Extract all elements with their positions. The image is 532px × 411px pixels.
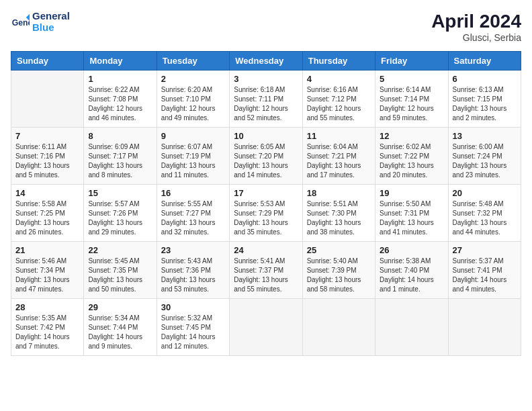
day-number: 8 xyxy=(88,131,152,141)
daylight: Daylight: 13 hours and 41 minutes. xyxy=(380,218,443,237)
day-cell: 4 Sunrise: 6:16 AM Sunset: 7:12 PM Dayli… xyxy=(302,71,375,128)
day-info: Sunrise: 6:16 AM Sunset: 7:12 PM Dayligh… xyxy=(307,85,371,123)
day-cell: 16 Sunrise: 5:55 AM Sunset: 7:27 PM Dayl… xyxy=(157,185,229,242)
sunrise: Sunrise: 5:45 AM xyxy=(88,257,152,266)
daylight: Daylight: 13 hours and 29 minutes. xyxy=(88,218,152,237)
sunrise: Sunrise: 5:55 AM xyxy=(161,199,225,209)
day-cell: 17 Sunrise: 5:53 AM Sunset: 7:29 PM Dayl… xyxy=(230,185,302,242)
logo: General General Blue xyxy=(11,11,70,33)
sunrise: Sunrise: 5:37 AM xyxy=(453,257,517,266)
day-info: Sunrise: 6:00 AM Sunset: 7:24 PM Dayligh… xyxy=(453,142,517,180)
sunset: Sunset: 7:39 PM xyxy=(307,266,371,275)
day-cell: 12 Sunrise: 6:02 AM Sunset: 7:22 PM Dayl… xyxy=(375,128,448,185)
day-info: Sunrise: 6:04 AM Sunset: 7:21 PM Dayligh… xyxy=(307,142,371,180)
day-number: 16 xyxy=(161,188,225,198)
page-header: General General Blue April 2024 Glusci, … xyxy=(11,11,521,43)
daylight: Daylight: 14 hours and 7 minutes. xyxy=(15,332,79,351)
sunset: Sunset: 7:36 PM xyxy=(161,266,225,275)
day-cell: 20 Sunrise: 5:48 AM Sunset: 7:32 PM Dayl… xyxy=(448,185,521,242)
day-info: Sunrise: 6:20 AM Sunset: 7:10 PM Dayligh… xyxy=(161,85,225,123)
sunrise: Sunrise: 6:22 AM xyxy=(88,85,152,95)
day-cell: 27 Sunrise: 5:37 AM Sunset: 7:41 PM Dayl… xyxy=(448,242,521,299)
day-cell: 25 Sunrise: 5:40 AM Sunset: 7:39 PM Dayl… xyxy=(302,242,375,299)
day-number: 18 xyxy=(307,188,371,198)
day-info: Sunrise: 5:43 AM Sunset: 7:36 PM Dayligh… xyxy=(161,257,225,294)
week-row-5: 28 Sunrise: 5:35 AM Sunset: 7:42 PM Dayl… xyxy=(11,299,521,356)
daylight: Daylight: 13 hours and 38 minutes. xyxy=(307,218,371,237)
day-cell: 21 Sunrise: 5:46 AM Sunset: 7:34 PM Dayl… xyxy=(11,242,84,299)
sunrise: Sunrise: 6:00 AM xyxy=(453,142,517,152)
day-cell: 9 Sunrise: 6:07 AM Sunset: 7:19 PM Dayli… xyxy=(157,128,229,185)
svg-text:General: General xyxy=(12,18,30,28)
sunset: Sunset: 7:30 PM xyxy=(307,209,371,218)
sunset: Sunset: 7:40 PM xyxy=(380,266,443,275)
day-info: Sunrise: 5:48 AM Sunset: 7:32 PM Dayligh… xyxy=(453,199,517,237)
day-number: 13 xyxy=(453,131,517,141)
sunset: Sunset: 7:11 PM xyxy=(234,95,298,104)
sunset: Sunset: 7:17 PM xyxy=(88,152,152,161)
sunrise: Sunrise: 5:51 AM xyxy=(307,199,371,209)
sunrise: Sunrise: 5:43 AM xyxy=(161,257,225,266)
daylight: Daylight: 13 hours and 26 minutes. xyxy=(15,218,79,237)
day-number: 14 xyxy=(15,188,79,198)
daylight: Daylight: 13 hours and 8 minutes. xyxy=(88,161,152,180)
day-number: 11 xyxy=(307,131,371,141)
day-number: 17 xyxy=(234,188,298,198)
day-cell: 5 Sunrise: 6:14 AM Sunset: 7:14 PM Dayli… xyxy=(375,71,448,128)
daylight: Daylight: 12 hours and 52 minutes. xyxy=(234,104,298,123)
day-number: 26 xyxy=(380,245,443,255)
daylight: Daylight: 13 hours and 23 minutes. xyxy=(453,161,517,180)
sunset: Sunset: 7:35 PM xyxy=(88,266,152,275)
day-info: Sunrise: 6:02 AM Sunset: 7:22 PM Dayligh… xyxy=(380,142,443,180)
sunrise: Sunrise: 5:57 AM xyxy=(88,199,152,209)
day-info: Sunrise: 5:45 AM Sunset: 7:35 PM Dayligh… xyxy=(88,257,152,294)
sunrise: Sunrise: 5:38 AM xyxy=(380,257,443,266)
day-info: Sunrise: 6:09 AM Sunset: 7:17 PM Dayligh… xyxy=(88,142,152,180)
day-cell: 26 Sunrise: 5:38 AM Sunset: 7:40 PM Dayl… xyxy=(375,242,448,299)
day-info: Sunrise: 5:41 AM Sunset: 7:37 PM Dayligh… xyxy=(234,257,298,294)
day-cell: 6 Sunrise: 6:13 AM Sunset: 7:15 PM Dayli… xyxy=(448,71,521,128)
day-info: Sunrise: 5:37 AM Sunset: 7:41 PM Dayligh… xyxy=(453,257,517,294)
sunrise: Sunrise: 5:46 AM xyxy=(15,257,79,266)
sunset: Sunset: 7:31 PM xyxy=(380,209,443,218)
sunset: Sunset: 7:45 PM xyxy=(161,323,225,332)
daylight: Daylight: 14 hours and 12 minutes. xyxy=(161,332,225,351)
sunrise: Sunrise: 6:07 AM xyxy=(161,142,225,152)
day-cell: 8 Sunrise: 6:09 AM Sunset: 7:17 PM Dayli… xyxy=(84,128,157,185)
day-info: Sunrise: 5:57 AM Sunset: 7:26 PM Dayligh… xyxy=(88,199,152,237)
day-cell: 15 Sunrise: 5:57 AM Sunset: 7:26 PM Dayl… xyxy=(84,185,157,242)
weekday-header-saturday: Saturday xyxy=(448,52,521,71)
sunset: Sunset: 7:12 PM xyxy=(307,95,371,104)
week-row-4: 21 Sunrise: 5:46 AM Sunset: 7:34 PM Dayl… xyxy=(11,242,521,299)
daylight: Daylight: 13 hours and 14 minutes. xyxy=(234,161,298,180)
sunset: Sunset: 7:14 PM xyxy=(380,95,443,104)
sunset: Sunset: 7:42 PM xyxy=(15,323,79,332)
day-cell: 10 Sunrise: 6:05 AM Sunset: 7:20 PM Dayl… xyxy=(230,128,302,185)
day-number: 4 xyxy=(307,74,371,84)
sunset: Sunset: 7:21 PM xyxy=(307,152,371,161)
day-number: 12 xyxy=(380,131,443,141)
daylight: Daylight: 14 hours and 4 minutes. xyxy=(453,275,517,294)
week-row-1: 1 Sunrise: 6:22 AM Sunset: 7:08 PM Dayli… xyxy=(11,71,521,128)
sunset: Sunset: 7:29 PM xyxy=(234,209,298,218)
daylight: Daylight: 13 hours and 50 minutes. xyxy=(88,275,152,294)
day-number: 23 xyxy=(161,245,225,255)
sunset: Sunset: 7:32 PM xyxy=(453,209,517,218)
day-info: Sunrise: 6:22 AM Sunset: 7:08 PM Dayligh… xyxy=(88,85,152,123)
sunset: Sunset: 7:15 PM xyxy=(453,95,517,104)
day-number: 30 xyxy=(161,302,225,312)
sunrise: Sunrise: 5:34 AM xyxy=(88,314,152,323)
daylight: Daylight: 13 hours and 53 minutes. xyxy=(161,275,225,294)
day-info: Sunrise: 5:51 AM Sunset: 7:30 PM Dayligh… xyxy=(307,199,371,237)
sunrise: Sunrise: 6:11 AM xyxy=(15,142,79,152)
week-row-2: 7 Sunrise: 6:11 AM Sunset: 7:16 PM Dayli… xyxy=(11,128,521,185)
sunrise: Sunrise: 6:16 AM xyxy=(307,85,371,95)
day-number: 9 xyxy=(161,131,225,141)
sunset: Sunset: 7:22 PM xyxy=(380,152,443,161)
day-info: Sunrise: 6:18 AM Sunset: 7:11 PM Dayligh… xyxy=(234,85,298,123)
day-number: 25 xyxy=(307,245,371,255)
day-number: 1 xyxy=(88,74,152,84)
daylight: Daylight: 12 hours and 55 minutes. xyxy=(307,104,371,123)
weekday-header-row: SundayMondayTuesdayWednesdayThursdayFrid… xyxy=(11,52,521,71)
logo-icon: General xyxy=(11,13,30,32)
